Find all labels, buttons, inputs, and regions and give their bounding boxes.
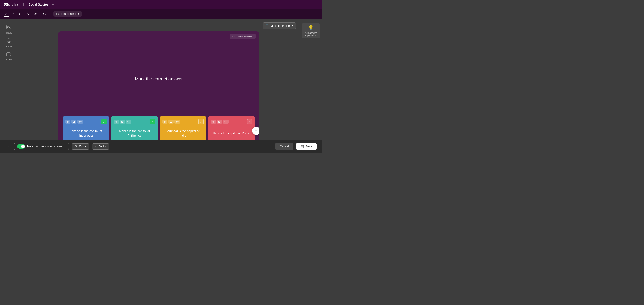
explanation-icon: 💡 <box>308 25 314 30</box>
audio-icon <box>7 38 11 44</box>
question-type-label: Multiple-choice <box>270 24 290 28</box>
content-area: ☑ Multiple-choice ▾ f(x) Insert equation… <box>18 19 300 152</box>
add-answer-button[interactable]: + <box>252 127 260 135</box>
answer-card-3-toolbar: 🗑 🖼 f(x) ✓ <box>162 119 204 124</box>
delete-answer-2-button[interactable]: 🗑 <box>114 120 119 124</box>
toolbar: A I U S X² X₁ f(x) Equation editor <box>0 9 322 19</box>
more-answers-label: More than one correct answer <box>27 145 62 148</box>
card-tools-2: 🗑 🖼 f(x) <box>114 120 132 124</box>
timer-button[interactable]: ⏱ 45 s ▾ <box>72 143 89 150</box>
question-card: f(x) Insert equation Mark the correct an… <box>58 31 260 149</box>
italic-button[interactable]: I <box>11 11 16 16</box>
superscript-button[interactable]: X² <box>32 11 39 16</box>
more-answers-toggle: More than one correct answer ℹ <box>14 143 69 150</box>
answer-card-1-toolbar: 🗑 🖼 f(x) ✓ <box>65 119 107 124</box>
timer-icon: ⏱ <box>74 145 77 148</box>
text-color-button[interactable]: A <box>4 11 9 17</box>
add-explanation-button[interactable]: 💡 Add answer explanation <box>302 23 320 38</box>
correct-checkbox-4[interactable]: ✓ <box>247 119 252 124</box>
image-answer-4-button[interactable]: 🖼 <box>217 120 222 124</box>
delete-answer-4-button[interactable]: 🗑 <box>211 120 216 124</box>
eq-icon: f(x) <box>56 12 60 15</box>
edit-icon[interactable]: ✏ <box>52 3 54 6</box>
image-answer-1-button[interactable]: 🖼 <box>71 120 76 124</box>
question-text-area[interactable]: Mark the correct answer <box>58 42 260 116</box>
delete-answer-3-button[interactable]: 🗑 <box>162 120 168 124</box>
eq-label: Equation editor <box>61 12 79 16</box>
top-nav: Q uizizz | Social Studies ✏ <box>0 0 322 9</box>
answer-card-2-toolbar: 🗑 🖼 f(x) ✓ <box>114 119 155 124</box>
topics-tag-icon: 🏷 <box>95 145 98 148</box>
image-tool[interactable]: Image <box>2 23 16 36</box>
main-area: Image Audio Video ☑ Multiple-choice ▾ <box>0 19 322 152</box>
card-tools-4: 🗑 🖼 f(x) <box>211 120 228 124</box>
svg-point-1 <box>8 26 8 27</box>
equation-editor-button[interactable]: f(x) Equation editor <box>54 11 82 16</box>
logo-text: uizizz <box>8 3 18 6</box>
video-tool[interactable]: Video <box>2 50 16 62</box>
answer-card-4-toolbar: 🗑 🖼 f(x) ✓ <box>211 119 252 124</box>
eq-answer-3-button[interactable]: f(x) <box>174 120 180 124</box>
topics-label: Topics <box>99 145 106 148</box>
more-answers-toggle-switch[interactable] <box>17 144 25 149</box>
dropdown-chevron-icon: ▾ <box>292 24 293 28</box>
insert-eq-label: Insert equation <box>237 35 253 38</box>
insert-equation-button[interactable]: f(x) Insert equation <box>230 34 256 39</box>
toggle-knob <box>21 145 25 148</box>
multiple-choice-icon: ☑ <box>266 24 268 28</box>
strikethrough-button[interactable]: S <box>25 11 30 16</box>
question-text[interactable]: Mark the correct answer <box>135 76 183 82</box>
explanation-label: Add answer explanation <box>304 32 318 37</box>
svg-rect-3 <box>7 52 10 56</box>
cancel-button[interactable]: Cancel <box>275 143 293 150</box>
audio-tool[interactable]: Audio <box>2 37 16 50</box>
correct-checkbox-3[interactable]: ✓ <box>198 119 204 124</box>
audio-label: Audio <box>6 46 12 48</box>
card-tools-1: 🗑 🖼 f(x) <box>65 120 83 124</box>
image-answer-2-button[interactable]: 🖼 <box>120 120 125 124</box>
eq-answer-1-button[interactable]: f(x) <box>77 120 83 124</box>
video-label: Video <box>6 58 12 61</box>
nav-divider: | <box>23 2 24 6</box>
save-button[interactable]: 💾 Save <box>296 143 317 150</box>
right-panel: 💡 Add answer explanation <box>300 19 322 152</box>
bottom-bar: → More than one correct answer ℹ ⏱ 45 s … <box>0 140 322 152</box>
image-label: Image <box>6 32 12 34</box>
video-icon <box>6 52 12 58</box>
question-header: f(x) Insert equation <box>58 31 260 42</box>
card-tools-3: 🗑 🖼 f(x) <box>162 120 180 124</box>
quiz-title: Social Studies <box>28 3 48 6</box>
image-icon <box>6 25 12 31</box>
save-icon: 💾 <box>300 145 304 148</box>
subscript-button[interactable]: X₁ <box>41 11 48 16</box>
info-icon[interactable]: ℹ <box>64 145 66 148</box>
timer-label: 45 s <box>78 145 84 148</box>
side-tools: Image Audio Video <box>0 19 18 152</box>
question-type-dropdown[interactable]: ☑ Multiple-choice ▾ <box>263 22 296 29</box>
arrow-indicator: → <box>5 144 10 149</box>
save-label: Save <box>306 145 312 148</box>
logo-q: Q <box>4 3 8 6</box>
toolbar-separator <box>50 12 51 16</box>
question-type-row: ☑ Multiple-choice ▾ <box>22 22 296 29</box>
underline-button[interactable]: U <box>17 11 23 16</box>
correct-checkbox-1[interactable]: ✓ <box>101 119 107 124</box>
insert-eq-icon: f(x) <box>232 35 236 38</box>
correct-checkbox-2[interactable]: ✓ <box>150 119 155 124</box>
quizizz-logo: Q uizizz <box>4 3 18 6</box>
eq-answer-2-button[interactable]: f(x) <box>126 120 132 124</box>
topics-button[interactable]: 🏷 Topics <box>92 143 109 150</box>
image-answer-3-button[interactable]: 🖼 <box>168 120 174 124</box>
eq-answer-4-button[interactable]: f(x) <box>223 120 228 124</box>
delete-answer-1-button[interactable]: 🗑 <box>65 120 70 124</box>
timer-chevron-icon: ▾ <box>85 145 86 148</box>
